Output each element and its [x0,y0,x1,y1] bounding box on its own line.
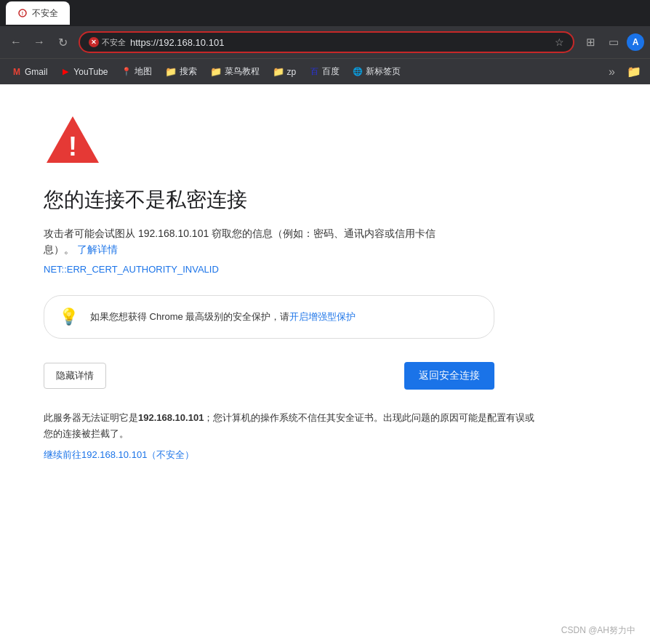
learn-more-link[interactable]: 了解详情 [77,243,118,255]
suggestion-text: 如果您想获得 Chrome 最高级别的安全保护，请开启增强型保护 [90,310,356,324]
bookmark-search[interactable]: 📁 搜索 [159,63,203,81]
security-suggestion-box: 💡 如果您想获得 Chrome 最高级别的安全保护，请开启增强型保护 [44,295,494,339]
bookmark-label: 菜鸟教程 [225,65,260,78]
newtab-icon: 🌐 [353,67,363,77]
bulb-icon: 💡 [59,307,79,326]
address-bar[interactable]: ✕ 不安全 https://192.168.10.101 ☆ [79,31,574,53]
bookmark-youtube[interactable]: ▶ YouTube [55,64,113,80]
folder-icon: 📁 [273,66,284,77]
bookmark-cainiao[interactable]: 📁 菜鸟教程 [204,63,265,81]
security-warning-icon: ✕ [89,37,99,47]
svg-text:!: ! [22,11,23,16]
action-buttons: 隐藏详情 返回安全连接 [44,362,494,390]
bookmark-label: 地图 [135,65,152,78]
bookmark-newtab[interactable]: 🌐 新标签页 [347,63,406,81]
continue-link[interactable]: 继续前往192.168.10.101（不安全） [44,449,194,460]
address-bar-icons: ☆ [555,36,564,48]
baidu-icon: 百 [309,67,319,77]
bookmark-label: zp [287,67,297,77]
youtube-icon: ▶ [60,67,71,77]
error-heading: 您的连接不是私密连接 [44,186,606,214]
maps-icon: 📍 [121,67,132,77]
security-badge: ✕ 不安全 [89,37,126,48]
svg-text:!: ! [68,132,77,161]
bookmark-label: 新标签页 [366,65,401,78]
warning-triangle-icon: ! [44,113,102,166]
bookmark-baidu[interactable]: 百 百度 [303,63,345,81]
description-after-link: 息）。 [44,243,74,255]
browser-chrome: ! 不安全 ← → ↻ ✕ 不安全 https://192.168.10.101… [0,0,650,84]
active-tab[interactable]: ! 不安全 [6,1,70,25]
bookmark-zp[interactable]: 📁 zp [267,63,302,80]
bookmark-label: Gmail [25,67,47,77]
reload-button[interactable]: ↻ [52,32,73,52]
forward-button[interactable]: → [29,32,49,52]
page-content: ! 您的连接不是私密连接 攻击者可能会试图从 192.168.10.101 窃取… [0,84,650,644]
description-before-link: 攻击者可能会试图从 192.168.10.101 窃取您的信息（例如：密码、通讯… [44,228,436,239]
tab-bar: ! 不安全 [0,0,650,26]
profile-avatar[interactable]: A [627,33,644,51]
bookmark-maps[interactable]: 📍 地图 [116,63,158,81]
folder-icon: 📁 [165,66,177,77]
security-label: 不安全 [102,37,126,48]
bookmark-label: YouTube [73,67,108,77]
watermark: CSDN @AH努力中 [561,624,635,637]
details-ip: 192.168.10.101 [138,412,204,423]
gmail-icon: M [12,67,22,77]
suggestion-text-before: 如果您想获得 Chrome 最高级别的安全保护，请 [90,311,289,322]
star-icon[interactable]: ☆ [555,36,564,48]
nav-bar: ← → ↻ ✕ 不安全 https://192.168.10.101 ☆ ⊞ ▭… [0,26,650,58]
tab-favicon: ! [17,8,28,18]
bookmarks-folder-button[interactable]: 📁 [624,62,644,82]
tab-title: 不安全 [32,7,58,20]
folder-icon: 📁 [210,66,222,77]
bookmarks-bar: M Gmail ▶ YouTube 📍 地图 📁 搜索 📁 菜鸟教程 📁 zp [0,58,650,84]
bookmark-gmail[interactable]: M Gmail [6,64,53,80]
details-section: 此服务器无法证明它是192.168.10.101；您计算机的操作系统不信任其安全… [44,410,538,462]
hide-details-button[interactable]: 隐藏详情 [44,363,106,389]
window-button[interactable]: ▭ [603,32,624,52]
bookmarks-more-button[interactable]: » [604,63,619,81]
bookmark-label: 百度 [322,65,340,78]
go-back-button[interactable]: 返回安全连接 [404,362,494,390]
nav-right-icons: ⊞ ▭ A [580,32,644,52]
enhanced-protection-link[interactable]: 开启增强型保护 [289,311,356,322]
error-description: 攻击者可能会试图从 192.168.10.101 窃取您的信息（例如：密码、通讯… [44,225,465,258]
back-button[interactable]: ← [6,32,26,52]
warning-icon-container: ! [44,113,606,169]
details-para1-before: 此服务器无法证明它是 [44,412,138,423]
details-text: 此服务器无法证明它是192.168.10.101；您计算机的操作系统不信任其安全… [44,410,538,442]
address-text[interactable]: https://192.168.10.101 [130,37,550,48]
bookmark-label: 搜索 [180,65,197,78]
extensions-button[interactable]: ⊞ [580,32,601,52]
error-code: NET::ERR_CERT_AUTHORITY_INVALID [44,264,606,275]
